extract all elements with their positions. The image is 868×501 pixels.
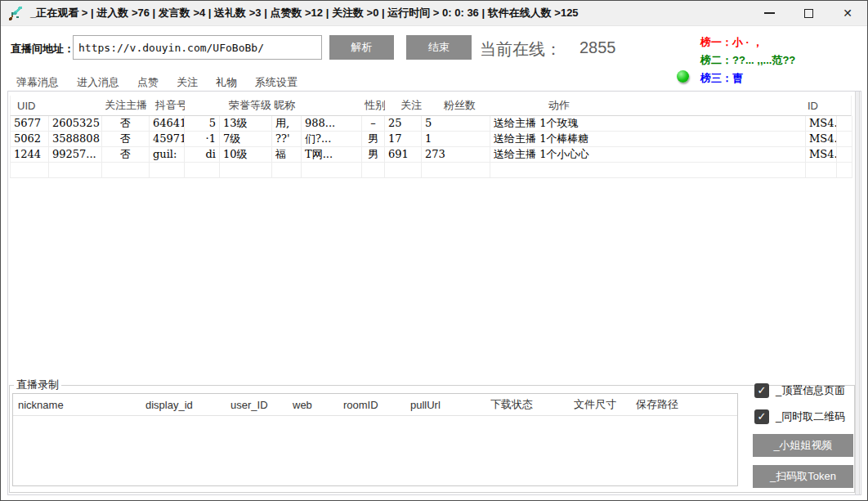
gift-cell: 否 bbox=[102, 132, 150, 147]
gift-column-header[interactable]: 关注主播 bbox=[102, 98, 150, 113]
end-button[interactable]: 结束 bbox=[406, 35, 472, 60]
gift-column-header[interactable]: 关注数 bbox=[385, 98, 422, 113]
rank-3: 榜三：曺 bbox=[700, 71, 743, 86]
recording-column-header[interactable]: user_ID bbox=[226, 399, 288, 411]
minimize-icon bbox=[764, 12, 775, 14]
parse-button[interactable]: 解析 bbox=[329, 35, 394, 60]
gift-cell: 5 bbox=[422, 116, 490, 132]
gift-cell bbox=[49, 163, 102, 178]
gift-cell bbox=[837, 132, 852, 147]
gift-cell bbox=[102, 163, 150, 178]
gift-cell: 25 bbox=[385, 116, 422, 132]
gift-cell: 们?... bbox=[302, 132, 362, 147]
gift-cell: 7级 bbox=[220, 132, 272, 147]
green-status-icon bbox=[677, 70, 689, 83]
gift-column-header[interactable]: 动作 bbox=[490, 98, 806, 113]
gift-cell: 送给主播 1个棒棒糖 bbox=[490, 132, 806, 147]
recording-table: nicknamedisplay_iduser_IDwebroomIDpullUr… bbox=[12, 393, 738, 486]
checkbox-checked-icon: ✓ bbox=[754, 383, 769, 398]
close-icon: ✕ bbox=[843, 7, 852, 19]
table-row[interactable]: 124499257...否guil:di10级福T网...男691273送给主播… bbox=[10, 147, 852, 163]
table-row[interactable]: 50623588808否45971·17级??'们?...男171送给主播 1个… bbox=[10, 132, 852, 147]
gift-cell: 否 bbox=[102, 116, 150, 132]
gift-cell: MS4... bbox=[806, 116, 837, 132]
gift-cell: T网... bbox=[302, 147, 362, 163]
recording-column-header[interactable]: 下载状态 bbox=[485, 397, 569, 412]
table-row-empty bbox=[10, 163, 852, 178]
gift-cell: 男 bbox=[362, 147, 385, 163]
gift-cell: guil: bbox=[150, 147, 185, 163]
app-window: _正在观看 > | 进入数 >76 | 发言数 >4 | 送礼数 >3 | 点赞… bbox=[0, 0, 868, 501]
scrollbar[interactable] bbox=[855, 92, 860, 494]
pin-info-checkbox[interactable]: ✓ _顶置信息页面 bbox=[754, 383, 845, 398]
gift-cell: 用, bbox=[272, 116, 302, 132]
gift-cell: 否 bbox=[102, 147, 150, 163]
gift-column-header[interactable]: 粉丝数 bbox=[422, 98, 490, 113]
recording-column-header[interactable]: roomID bbox=[338, 399, 405, 411]
gift-cell: 5677 bbox=[11, 116, 49, 132]
gift-cell bbox=[302, 163, 362, 178]
gift-column-header[interactable]: ID bbox=[806, 100, 837, 112]
gift-cell: ??' bbox=[272, 132, 302, 147]
gift-column-header[interactable]: UID bbox=[11, 100, 49, 112]
current-online-label: 当前在线： bbox=[480, 38, 562, 60]
gift-cell: ·1 bbox=[185, 132, 220, 147]
qr-code-label: _同时取二维码 bbox=[776, 409, 845, 424]
gift-cell: 福 bbox=[272, 147, 302, 163]
checkbox-checked-icon: ✓ bbox=[754, 409, 769, 424]
gift-column-header[interactable]: 性别 bbox=[362, 98, 385, 113]
close-button[interactable]: ✕ bbox=[828, 1, 867, 25]
gift-cell bbox=[272, 163, 302, 178]
gift-cell: 99257... bbox=[49, 147, 102, 163]
gift-cell: 64641 bbox=[150, 116, 185, 132]
gift-cell: 988... bbox=[302, 116, 362, 132]
recording-column-header[interactable]: 保存路径 bbox=[631, 397, 737, 412]
gift-cell: 13级 bbox=[220, 116, 272, 132]
rank-2-label: 榜二： bbox=[700, 54, 732, 66]
gift-cell bbox=[837, 116, 852, 132]
gift-cell bbox=[11, 163, 49, 178]
gift-table: UID关注主播抖音号荣誉等级昵称性别关注数粉丝数动作ID 56772605325… bbox=[10, 96, 852, 178]
gift-cell: 3588808 bbox=[49, 132, 102, 147]
gift-cell: 5062 bbox=[11, 132, 49, 147]
table-row[interactable]: 56772605325否64641513级用,988...–255送给主播 1个… bbox=[10, 116, 852, 132]
recording-group-label: 直播录制 bbox=[14, 378, 61, 392]
gift-cell: 1244 bbox=[11, 147, 49, 163]
recording-table-header: nicknamedisplay_iduser_IDwebroomIDpullUr… bbox=[13, 394, 737, 416]
gift-cell: 送给主播 1个玫瑰 bbox=[490, 116, 806, 132]
diamond-sword-icon bbox=[8, 6, 24, 21]
scan-token-button[interactable]: _扫码取Token bbox=[753, 465, 853, 488]
gift-cell bbox=[837, 147, 852, 163]
qr-code-checkbox[interactable]: ✓ _同时取二维码 bbox=[754, 409, 845, 424]
gift-column-header[interactable]: 荣誉等级 bbox=[220, 98, 272, 113]
gift-column-header[interactable]: 抖音号 bbox=[150, 98, 185, 113]
recording-column-header[interactable]: web bbox=[288, 399, 338, 411]
gift-cell bbox=[385, 163, 422, 178]
gift-cell: 送给主播 1个小心心 bbox=[490, 147, 806, 163]
recording-column-header[interactable]: pullUrl bbox=[405, 399, 485, 411]
maximize-button[interactable] bbox=[789, 1, 828, 25]
gift-cell: – bbox=[362, 116, 385, 132]
rank-1: 榜一：小 · ， bbox=[700, 35, 763, 50]
girl-video-button[interactable]: _小姐姐视频 bbox=[753, 434, 853, 457]
gift-cell bbox=[220, 163, 272, 178]
recording-column-header[interactable]: 文件尺寸 bbox=[569, 397, 631, 412]
rank-2-name: ??... ,,...范?? bbox=[732, 54, 795, 66]
gift-cell: 10级 bbox=[220, 147, 272, 163]
gift-column-header[interactable]: 昵称 bbox=[272, 98, 302, 113]
gift-cell: 45971 bbox=[150, 132, 185, 147]
room-address-input[interactable] bbox=[73, 35, 322, 60]
gift-cell bbox=[490, 163, 806, 178]
gift-cell: 691 bbox=[385, 147, 422, 163]
minimize-button[interactable] bbox=[749, 1, 789, 25]
gift-cell: 2605325 bbox=[49, 116, 102, 132]
gift-cell: MS4... bbox=[806, 147, 837, 163]
gift-cell bbox=[150, 163, 185, 178]
gift-cell: 男 bbox=[362, 132, 385, 147]
gift-cell bbox=[185, 163, 220, 178]
gift-cell: 5 bbox=[185, 116, 220, 132]
pin-info-label: _顶置信息页面 bbox=[776, 383, 845, 398]
recording-column-header[interactable]: nickname bbox=[13, 399, 141, 411]
rank-1-name: 小 · ， bbox=[732, 36, 763, 48]
recording-column-header[interactable]: display_id bbox=[141, 399, 226, 411]
